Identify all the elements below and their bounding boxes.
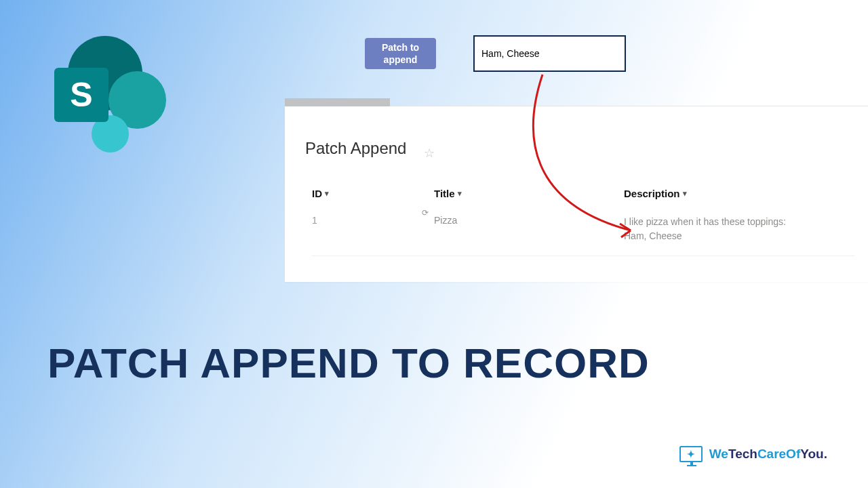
sharepoint-logo: S xyxy=(44,37,159,152)
slide-headline: PATCH APPEND TO RECORD xyxy=(47,339,650,387)
column-header-description-label: Description xyxy=(624,188,680,199)
column-header-id[interactable]: ID ▾ xyxy=(312,188,434,199)
chevron-down-icon: ▾ xyxy=(683,189,687,198)
footer-brand: ✦ WeTechCareOfYou. xyxy=(679,446,827,462)
column-header-row: ID ▾ Title ▾ Description ▾ xyxy=(312,188,854,199)
sharepoint-list-panel: Patch Append ☆ ID ▾ Title ▾ Description … xyxy=(285,106,868,282)
patch-to-append-button[interactable]: Patch to append xyxy=(365,38,436,69)
chevron-down-icon: ▾ xyxy=(458,189,462,198)
cell-id: 1 xyxy=(312,215,434,226)
chevron-down-icon: ▾ xyxy=(325,189,329,198)
column-header-description[interactable]: Description ▾ xyxy=(624,188,854,199)
list-title: Patch Append xyxy=(305,139,406,158)
column-header-title[interactable]: Title ▾ xyxy=(434,188,624,199)
cell-description: I like pizza when it has these toppings:… xyxy=(624,215,854,243)
brand-part-1: We xyxy=(709,447,728,461)
append-text-input[interactable] xyxy=(473,35,626,72)
logo-letter-card: S xyxy=(54,68,108,122)
monitor-icon: ✦ xyxy=(679,446,703,462)
column-header-id-label: ID xyxy=(312,188,322,199)
table-row[interactable]: 1 Pizza I like pizza when it has these t… xyxy=(312,215,854,256)
panel-tab-indicator xyxy=(285,98,390,106)
brand-part-4: You. xyxy=(800,447,827,461)
brand-part-2: Tech xyxy=(728,447,757,461)
column-header-title-label: Title xyxy=(434,188,455,199)
favorite-star-icon[interactable]: ☆ xyxy=(424,146,435,161)
brand-part-3: CareOf xyxy=(757,447,800,461)
cell-title: Pizza xyxy=(434,215,624,226)
brand-text: WeTechCareOfYou. xyxy=(709,447,827,462)
